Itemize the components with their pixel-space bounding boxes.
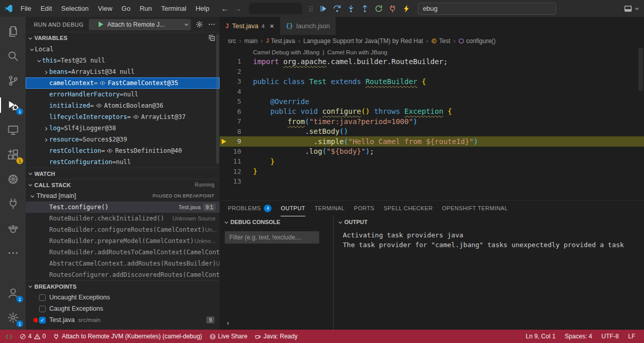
chevron-right-icon[interactable] (42, 127, 49, 130)
breakpoint-row[interactable]: Caught Exceptions (26, 303, 220, 314)
close-icon[interactable]: × (270, 22, 274, 30)
activity-remote-explorer[interactable] (0, 117, 26, 142)
step-over-icon[interactable] (332, 4, 342, 14)
variables-section-header[interactable]: VARIABLES (26, 32, 220, 44)
eye-icon[interactable] (107, 148, 113, 154)
menu-edit[interactable]: Edit (36, 3, 56, 14)
activity-accounts[interactable]: 1 (0, 280, 26, 305)
status-problems[interactable]: 40 (16, 330, 49, 343)
stack-frame[interactable]: Test.configure()Test.java9:1 (26, 201, 220, 213)
debug-console-prompt[interactable]: › (226, 319, 230, 327)
variable-row[interactable]: lifecycleInterceptors = ArrayList@37 (26, 111, 220, 123)
status-java-status[interactable]: Java: Ready (251, 330, 301, 343)
restart-icon[interactable] (374, 4, 384, 14)
stack-frame[interactable]: AbstractCamelContext.addRoutes(RoutesBui… (26, 258, 220, 269)
eye-icon[interactable] (96, 103, 102, 109)
continue-icon[interactable] (318, 4, 328, 14)
variable-row[interactable]: log = Slf4jLogger@38 (26, 123, 220, 134)
tab-test-java[interactable]: JTest.java4× (220, 17, 280, 35)
variable-row[interactable]: errorHandlerFactory = null (26, 89, 220, 100)
status-live-share[interactable]: Live Share (206, 330, 251, 343)
editor-gutter[interactable]: 8 (220, 127, 253, 137)
drag-grip-icon[interactable] (307, 5, 315, 12)
editor-gutter[interactable]: 7 (220, 116, 253, 127)
thread-row[interactable]: Thread [main] PAUSED ON BREAKPOINT (26, 190, 220, 201)
status-encoding[interactable]: UTF-8 (597, 330, 623, 343)
status-eol[interactable]: LF (623, 330, 640, 343)
variable-row[interactable]: restConfiguration = null (26, 156, 220, 168)
panel-tab-ports[interactable]: PORTS (354, 200, 375, 216)
editor-gutter[interactable]: 4 (220, 87, 253, 97)
status-debug-session[interactable]: Attach to Remote JVM (Kubernetes) (camel… (49, 330, 205, 343)
editor-gutter[interactable]: 6 (220, 107, 253, 117)
breakpoint-row[interactable]: ✓Test.javasrc/main9 (26, 314, 220, 326)
codelens-link[interactable]: Camel Run with JBang (327, 49, 387, 55)
variable-row[interactable]: resource = Sources$2@39 (26, 134, 220, 145)
nav-forward-icon[interactable]: → (234, 4, 242, 13)
codelens-link[interactable]: Camel Debug with JBang (253, 49, 320, 55)
code-editor[interactable]: Camel Debug with JBang|Camel Run with JB… (220, 47, 644, 200)
panel-tab-spell-checker[interactable]: SPELL CHECKER (384, 200, 433, 216)
editor-gutter[interactable]: 12 (220, 167, 253, 177)
chevron-down-icon[interactable] (28, 48, 35, 51)
activity-connector[interactable] (0, 191, 26, 216)
variable-row[interactable]: initialized = AtomicBoolean@36 (26, 100, 220, 111)
breadcrumb-item[interactable]: JTest.java (266, 37, 295, 45)
menu-selection[interactable]: Selection (56, 3, 93, 14)
editor-gutter[interactable]: 1 (220, 56, 253, 67)
activity-explorer[interactable] (0, 19, 26, 44)
panel-tab-problems[interactable]: PROBLEMS4 (228, 200, 271, 216)
activity-run-and-debug[interactable]: 1 (0, 93, 26, 117)
menu-go[interactable]: Go (117, 3, 135, 14)
layout-panel-icon[interactable] (624, 5, 632, 13)
stack-frame[interactable]: RoutesConfigurer.addDiscoveredRoutes(Cam… (26, 269, 220, 280)
status-remote-indicator[interactable] (2, 330, 16, 343)
chevron-right-icon[interactable] (42, 138, 49, 141)
stack-frame[interactable]: RouteBuilder.addRoutesToCamelContext(Cam… (26, 247, 220, 258)
variable-row[interactable]: this = Test@25 null (26, 55, 220, 66)
editor-gutter[interactable]: 5 (220, 96, 253, 107)
activity-settings[interactable]: 1 (0, 305, 26, 330)
editor-gutter[interactable]: 2 (220, 67, 253, 77)
editor-gutter[interactable]: 10 (220, 147, 253, 157)
panel-tab-openshift-terminal[interactable]: OPENSHIFT TERMINAL (442, 200, 508, 216)
activity-extensions[interactable]: 1 (0, 142, 26, 167)
debug-config-dropdown[interactable]: Attach to Remote J... (89, 19, 191, 30)
eye-icon[interactable] (100, 80, 106, 86)
tab-launch-json[interactable]: {}launch.json (280, 17, 336, 35)
panel-tab-output[interactable]: OUTPUT (281, 200, 305, 216)
editor-gutter[interactable]: 3 (220, 76, 253, 87)
disconnect-icon[interactable] (387, 4, 398, 14)
start-debugging-icon[interactable] (97, 21, 105, 28)
step-into-icon[interactable] (346, 4, 356, 14)
breakpoint-checkbox[interactable] (39, 294, 46, 301)
editor-gutter[interactable]: 11 (220, 156, 253, 167)
activity-tooling[interactable] (0, 216, 26, 240)
nav-back-icon[interactable]: ← (221, 4, 229, 13)
breakpoint-checkbox[interactable] (39, 306, 46, 312)
call-stack-section-header[interactable]: CALL STACK Running (26, 179, 220, 190)
variable-row[interactable]: Local (26, 44, 220, 55)
variable-row[interactable]: beans = ArrayList@34 null (26, 66, 220, 77)
menu-view[interactable]: View (93, 3, 117, 14)
menu-run[interactable]: Run (135, 3, 157, 14)
breadcrumb-item[interactable]: main (244, 37, 258, 45)
editor-gutter[interactable]: 9 (220, 136, 253, 147)
chevron-right-icon[interactable] (42, 71, 49, 73)
activity-source-control[interactable] (0, 68, 26, 93)
command-center-input[interactable]: ebug (418, 3, 556, 15)
breakpoint-checkbox[interactable]: ✓ (39, 317, 46, 324)
eye-icon[interactable] (133, 114, 139, 120)
menu-terminal[interactable]: Terminal (157, 3, 191, 14)
collapse-all-icon[interactable] (208, 34, 216, 42)
status-indentation[interactable]: Spaces: 4 (560, 330, 597, 343)
menu-file[interactable]: File (16, 3, 36, 14)
step-out-icon[interactable] (360, 4, 370, 14)
debug-console-header[interactable]: DEBUG CONSOLE (220, 216, 333, 228)
chevron-down-icon[interactable] (35, 59, 42, 62)
stack-frame[interactable]: RouteBuilder.configureRoutes(CamelContex… (26, 224, 220, 235)
stack-frame[interactable]: RouteBuilder.prepareModel(CamelContext)U… (26, 235, 220, 247)
activity-kubernetes[interactable] (0, 167, 26, 191)
breadcrumb-item[interactable]: Language Support for Java(TM) by Red Hat (303, 37, 423, 45)
breakpoint-row[interactable]: Uncaught Exceptions (26, 292, 220, 303)
